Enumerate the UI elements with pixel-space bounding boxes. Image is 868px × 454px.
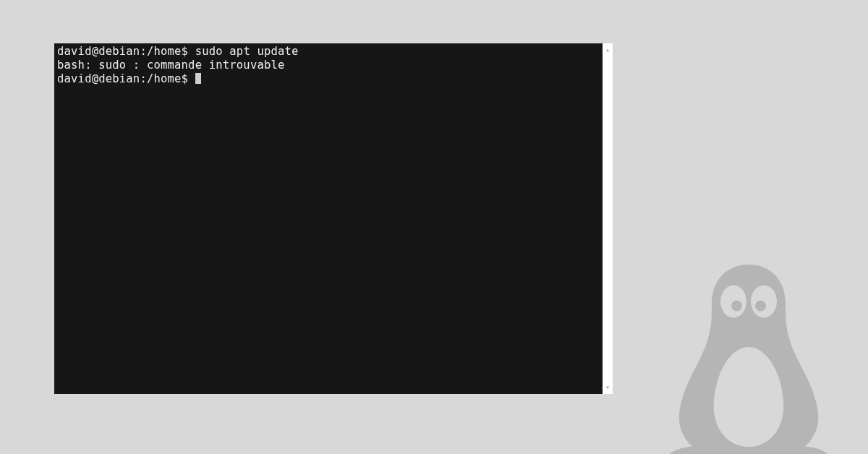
shell-output-line: bash: sudo : commande introuvable [57,59,285,72]
shell-prompt: david@debian:/home$ [57,72,188,85]
tux-watermark-icon [640,252,857,454]
scroll-down-icon[interactable]: ▾ [603,382,613,393]
svg-point-3 [755,301,766,312]
svg-point-2 [731,301,742,312]
terminal-output[interactable]: david@debian:/home$ sudo apt update bash… [54,43,603,394]
terminal-window: david@debian:/home$ sudo apt update bash… [54,43,613,394]
scroll-up-icon[interactable]: ▴ [603,45,613,55]
shell-command: sudo apt update [195,45,299,58]
terminal-cursor [195,73,201,84]
shell-prompt: david@debian:/home$ [57,45,188,58]
terminal-scrollbar[interactable]: ▴ ▾ [603,43,613,394]
